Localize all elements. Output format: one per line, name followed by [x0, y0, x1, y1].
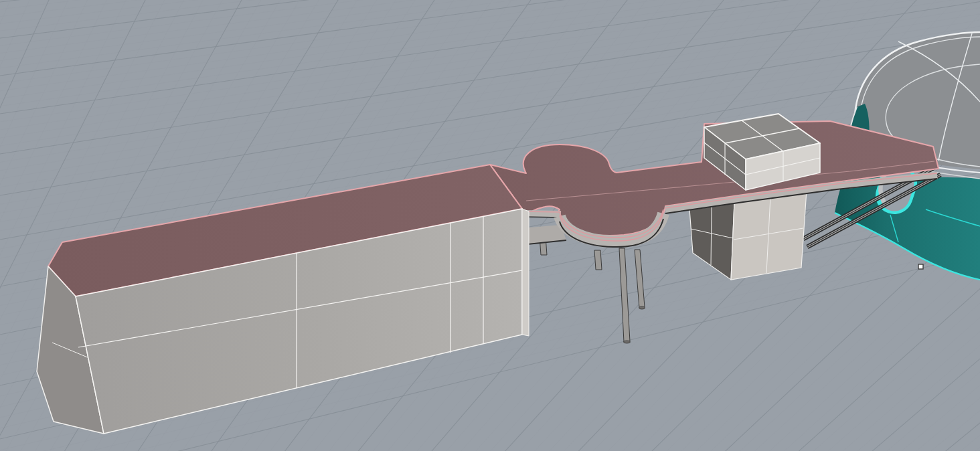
- grid-line-minor: [0, 0, 980, 90]
- leg-long-right[interactable]: [635, 250, 645, 308]
- viewport-3d-canvas[interactable]: [0, 0, 980, 451]
- grid-line-major: [0, 0, 980, 8]
- grid-line-minor: [0, 0, 980, 15]
- grid-line-minor: [0, 0, 980, 52]
- grid-line-minor: [0, 0, 980, 60]
- pedestal-left-face[interactable]: [689, 202, 734, 280]
- grid-line-minor: [0, 0, 980, 106]
- grid-line-minor: [0, 0, 980, 138]
- grid-line-minor: [0, 0, 980, 30]
- pedestal-front-face[interactable]: [731, 190, 807, 280]
- platform-legs[interactable]: [540, 236, 645, 343]
- control-point-marker[interactable]: [918, 264, 923, 269]
- point-marker[interactable]: [918, 264, 923, 269]
- leg-long-left-foot[interactable]: [624, 341, 631, 343]
- modeling-viewport[interactable]: [0, 0, 980, 451]
- leg-short-mid[interactable]: [594, 250, 602, 270]
- leg-long-right-foot[interactable]: [639, 306, 645, 309]
- grid-line-major: [0, 0, 980, 45]
- grid-line-minor: [0, 0, 980, 130]
- wall-end-face-right[interactable]: [522, 209, 529, 336]
